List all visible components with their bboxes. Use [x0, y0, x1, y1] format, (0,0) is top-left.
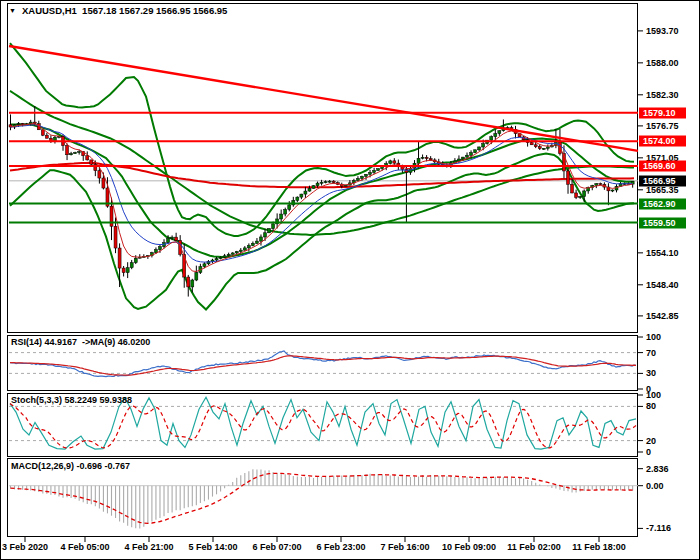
rsi-label: RSI(14) 44.9167 ->MA(9) 46.0200 [11, 337, 150, 347]
macd-label: MACD(12,26,9) -0.696 -0.767 [11, 461, 130, 471]
symbol-ohlc-text: XAUUSD,H1 1567.18 1567.29 1566.95 1566.9… [22, 5, 227, 16]
chart-window: 1593.701588.001582.301576.751571.051565.… [0, 0, 700, 560]
chart-title: ▼XAUUSD,H1 1567.18 1567.29 1566.95 1566.… [9, 5, 227, 16]
chart-canvas[interactable] [1, 1, 700, 560]
chart-dropdown-icon[interactable]: ▼ [9, 7, 16, 14]
stoch-label: Stoch(5,3,3) 58.2249 59.9388 [11, 395, 132, 405]
